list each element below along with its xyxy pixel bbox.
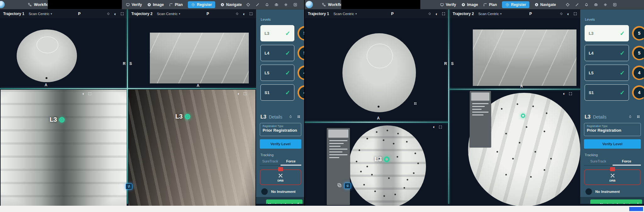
pen-icon[interactable] [255,3,260,7]
clear-icon[interactable] [628,115,632,119]
layers-diamond-icon[interactable] [106,12,110,16]
step-verify[interactable]: Verify [440,3,456,7]
contrast-icon[interactable]: ◐ [243,12,245,16]
back-arrow-icon[interactable]: ← [583,202,588,204]
level-button-s1[interactable]: S1 ✓ 4 [260,84,304,101]
step-navigate[interactable]: Navigate [534,3,556,7]
tracking-slider-handle[interactable] [278,167,283,171]
ap-fluoro-view[interactable] [349,125,426,206]
step-register[interactable]: Register [502,1,529,8]
gear-icon[interactable] [284,3,288,7]
ap-xray-view[interactable] [1,90,127,206]
camera-icon[interactable] [274,3,279,7]
layers-diamond-icon[interactable] [235,12,239,16]
level-button-l4[interactable]: L4 ✓ 5 [260,45,304,61]
fiducial-dot [550,158,552,159]
contrast-icon[interactable]: ◐ [435,12,438,16]
expand-icon[interactable] [120,12,124,16]
level-button-l3[interactable]: L3 ✓ 5 [585,25,644,41]
navigate-implants-button[interactable]: Navigate Implants + [266,199,303,204]
expand-icon[interactable] [569,92,572,96]
contrast-icon[interactable]: ◐ [563,92,565,96]
level-button-l4[interactable]: L4 ✓ 5 [585,45,644,61]
layers-diamond-icon[interactable] [428,12,432,16]
add-box-icon[interactable] [613,3,617,7]
grid-icon[interactable] [413,102,417,105]
contrast-icon[interactable]: ◐ [82,92,85,96]
level-button[interactable]: S1 ✓ [585,84,629,101]
gear-icon[interactable] [603,3,608,7]
target-icon[interactable] [246,3,250,7]
tracking-slider-handle[interactable] [610,167,615,171]
expand-icon[interactable] [88,92,92,96]
contrast-icon[interactable]: ◐ [433,125,435,129]
toolbar-icons [246,0,297,9]
bell-icon[interactable] [265,3,269,7]
level-marker-l3[interactable]: L3 [374,156,390,163]
view-mode-dropdown[interactable]: Scan Centric▾ [29,12,52,16]
step-navigate[interactable]: Navigate [220,3,242,7]
swap-view-icon[interactable] [126,183,132,189]
target-icon[interactable] [565,3,570,7]
contrast-icon[interactable]: ◐ [237,92,240,96]
step-verify[interactable]: Verify [126,3,142,7]
bell-icon[interactable] [584,3,589,7]
sagittal-ct-view[interactable] [150,33,249,83]
copy-view-icon[interactable] [337,183,342,189]
verify-level-button[interactable]: Verify Level [584,139,641,149]
expand-icon[interactable] [243,92,247,96]
clear-icon[interactable] [289,115,292,119]
verify-level-button[interactable]: Verify Level [260,139,301,149]
contrast-icon[interactable]: ◐ [567,12,570,16]
pen-icon[interactable] [575,3,579,7]
registration-type-field[interactable]: Registration Type Prior Registration [260,123,301,136]
level-button[interactable]: L5 ✓ [585,65,629,81]
grid-icon[interactable] [636,115,640,119]
fiducial-dot [517,103,518,105]
grid-icon[interactable] [297,115,301,119]
level-button-s1[interactable]: S1 ✓ 4 [585,84,644,101]
step-register[interactable]: Register [188,1,215,8]
step-plan[interactable]: Plan [483,3,497,7]
copy-view-icon[interactable] [118,183,123,190]
lateral-xray-view[interactable] [128,90,255,206]
tab-force[interactable]: Force [613,159,641,166]
level-button[interactable]: L3 ✓ [260,25,294,41]
level-button[interactable]: L5 ✓ [260,65,294,81]
level-button[interactable]: S1 ✓ [260,84,294,101]
step-image[interactable]: Image [461,3,478,7]
level-button-l3[interactable]: L3 ✓ 5 [260,25,304,41]
swap-view-icon[interactable] [344,183,351,189]
axial-ct-view[interactable] [342,33,416,112]
level-button[interactable]: L3 ✓ [585,25,629,41]
contrast-icon[interactable]: ◐ [114,12,117,16]
level-marker-l3[interactable]: L3 [175,113,190,120]
level-button-l5[interactable]: L5 ✓ 4 [585,65,644,81]
level-button[interactable]: L4 ✓ [585,45,629,61]
level-marker-l3[interactable]: L3 [50,116,65,123]
sagittal-ct-view[interactable] [473,29,576,86]
step-plan[interactable]: Plan [169,3,183,7]
add-box-icon[interactable] [293,3,297,7]
level-marker-ring[interactable] [521,114,525,118]
level-button[interactable]: L4 ✓ [260,45,294,61]
view-mode-dropdown[interactable]: Scan Centric▾ [157,12,180,16]
step-image[interactable]: Image [147,3,164,7]
back-arrow-icon[interactable]: ← [259,202,264,204]
layers-diamond-icon[interactable] [559,12,563,16]
expand-icon[interactable] [573,12,577,16]
axial-ct-view[interactable] [17,29,77,82]
drb-label: DRB [277,179,284,182]
tab-suretrack[interactable]: SureTrack [584,159,613,165]
registration-type-field[interactable]: Registration Type Prior Registration [584,123,641,136]
navigate-implants-button[interactable]: Navigate Implants + [590,199,642,204]
view-mode-dropdown[interactable]: Scan Centric▾ [478,12,501,16]
level-button-l5[interactable]: L5 ✓ 4 [260,65,304,81]
tab-force[interactable]: Force [281,159,301,166]
view-mode-dropdown[interactable]: Scan Centric▾ [333,12,357,16]
camera-icon[interactable] [594,3,598,7]
expand-icon[interactable] [442,12,445,16]
tab-suretrack[interactable]: SureTrack [260,159,281,165]
expand-icon[interactable] [249,12,253,16]
expand-icon[interactable] [439,125,442,129]
